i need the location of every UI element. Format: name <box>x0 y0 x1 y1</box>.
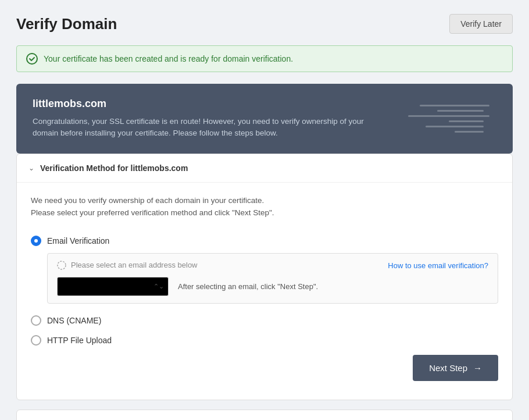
verification-section-body: We need you to verify ownership of each … <box>17 183 512 400</box>
svg-point-1 <box>58 261 66 269</box>
next-step-button[interactable]: Next Step → <box>413 355 498 381</box>
bottom-actions: Next Step → <box>31 350 498 388</box>
circle-clock-icon <box>57 261 66 270</box>
success-message: Your certificate has been created and is… <box>44 54 293 63</box>
email-verification-box: Please select an email address below How… <box>47 253 498 304</box>
verification-description: We need you to verify ownership of each … <box>31 194 498 219</box>
check-circle-icon <box>26 53 38 65</box>
page-header: Verify Domain Verify Later <box>16 14 513 34</box>
email-verification-label: Email Verification <box>47 236 109 245</box>
arrow-right-icon: → <box>473 363 482 373</box>
domain-description: Congratulations, your SSL certificate is… <box>33 116 381 140</box>
finalize-header[interactable]: › Finalize <box>17 410 512 420</box>
verify-later-button[interactable]: Verify Later <box>449 14 513 34</box>
radio-http-circle <box>31 335 41 346</box>
card-decoration <box>402 84 507 154</box>
email-box-placeholder: Please select an email address below <box>57 261 198 270</box>
radio-http[interactable]: HTTP File Upload <box>31 330 498 350</box>
dns-label: DNS (CNAME) <box>47 316 101 325</box>
radio-email-circle <box>31 236 41 246</box>
email-select-input[interactable]: ████████████████ <box>57 277 169 296</box>
email-select-wrapper[interactable]: ████████████████ ⌃⌄ <box>57 277 169 296</box>
svg-point-0 <box>27 54 37 64</box>
radio-dns-circle <box>31 315 41 326</box>
radio-dns[interactable]: DNS (CNAME) <box>31 311 498 330</box>
radio-email-verification[interactable]: Email Verification <box>31 231 498 251</box>
email-hint: After selecting an email, click "Next St… <box>178 282 318 291</box>
email-select-row: ████████████████ ⌃⌄ After selecting an e… <box>57 277 488 296</box>
email-box-header: Please select an email address below How… <box>57 261 488 270</box>
finalize-section: › Finalize <box>16 410 513 420</box>
email-help-link[interactable]: How to use email verification? <box>388 261 488 270</box>
verification-section-title: Verification Method for littlemobs.com <box>40 163 188 173</box>
page-title: Verify Domain <box>16 15 117 33</box>
success-banner: Your certificate has been created and is… <box>16 45 513 72</box>
chevron-down-icon: ⌄ <box>28 164 34 172</box>
domain-card: littlemobs.com Congratulations, your SSL… <box>16 84 513 154</box>
http-label: HTTP File Upload <box>47 336 112 345</box>
verification-section-card: ⌄ Verification Method for littlemobs.com… <box>16 154 513 400</box>
verification-section-header[interactable]: ⌄ Verification Method for littlemobs.com <box>17 154 512 183</box>
